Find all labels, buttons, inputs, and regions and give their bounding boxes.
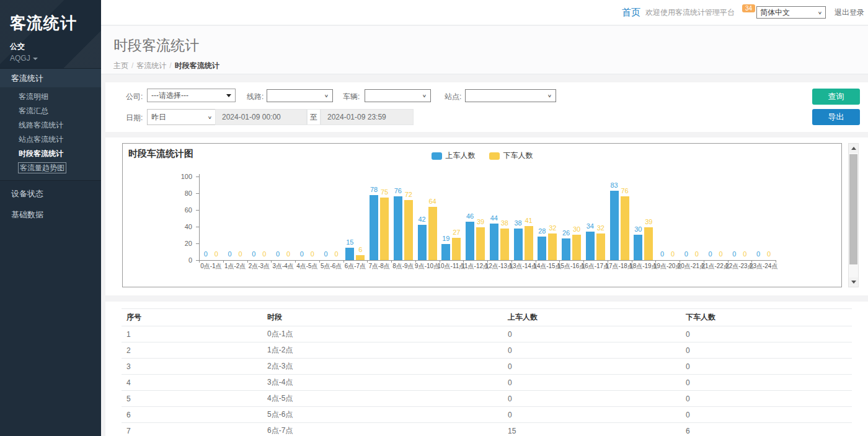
chevron-down-icon: ∨ <box>818 10 822 15</box>
company-label: 公司: <box>126 92 143 102</box>
date-preset-select[interactable]: 昨日∨ <box>147 109 216 125</box>
bar-value-label: 15 <box>346 238 353 246</box>
logout-link[interactable]: 退出登录 <box>835 7 864 18</box>
company-select[interactable]: ---请选择--- <box>147 89 236 102</box>
col-header-boarding: 上车人数 <box>503 309 681 326</box>
bar-alighting <box>621 196 629 260</box>
language-select[interactable]: 简体中文∨ <box>756 6 826 19</box>
vehicle-select[interactable]: ∨ <box>365 89 431 102</box>
bar-value-label: 0 <box>743 250 746 258</box>
table-cell: 0 <box>681 375 852 391</box>
bar-value-label: 44 <box>490 214 498 222</box>
x-axis-tick-label: 0点-1点 <box>200 262 221 271</box>
date-from-input[interactable]: 2024-01-09 00:00 <box>215 109 307 125</box>
user-dropdown[interactable]: AQGJ <box>10 54 101 63</box>
breadcrumb: 主页/客流统计/时段客流统计 <box>113 61 868 71</box>
welcome-text: 欢迎使用客流统计管理平台 <box>645 7 735 18</box>
bar-value-label: 0 <box>719 250 723 258</box>
bar-chart: 时段车流统计图 上车人数 下车人数 020406080100000点-1点001… <box>122 143 842 287</box>
table-cell: 3点-4点 <box>262 375 503 391</box>
bar-value-label: 72 <box>405 191 412 198</box>
sidebar-section-passenger-stats[interactable]: 客流统计 <box>0 68 101 87</box>
bar-alighting <box>525 226 533 260</box>
sidebar-item-device-status[interactable]: 设备状态 <box>0 186 101 202</box>
bar-boarding <box>345 248 354 260</box>
table-cell: 0 <box>681 326 852 342</box>
bar-value-label: 0 <box>732 250 736 258</box>
table-row: 54点-5点00 <box>122 391 852 407</box>
vehicle-label: 车辆: <box>343 92 360 102</box>
sidebar-item-trend-chart[interactable]: 客流量趋势图 <box>0 161 101 175</box>
home-link[interactable]: 首页 <box>622 7 640 19</box>
line-select[interactable]: ∨ <box>267 89 333 102</box>
scroll-down-icon[interactable] <box>849 277 858 287</box>
bar-value-label: 30 <box>573 225 580 233</box>
bar-boarding <box>466 222 474 260</box>
bar-boarding <box>490 224 498 260</box>
bar-alighting <box>428 207 437 260</box>
chart-scrollbar[interactable] <box>848 143 859 287</box>
bar-value-label: 0 <box>239 250 242 258</box>
bar-value-label: 78 <box>370 186 378 193</box>
bar-value-label: 46 <box>466 212 474 220</box>
sidebar-item-flow-detail[interactable]: 客流明细 <box>0 90 101 104</box>
bar-boarding <box>610 191 619 260</box>
table-cell: 5点-6点 <box>262 407 503 423</box>
bar-value-label: 6 <box>358 246 362 253</box>
table-header-row: 序号 时段 上车人数 下车人数 <box>122 309 852 326</box>
bar-value-label: 64 <box>429 198 436 205</box>
bar-value-label: 0 <box>286 250 290 258</box>
y-axis-tick-label: 100 <box>123 173 192 180</box>
bar-value-label: 75 <box>381 188 388 196</box>
bar-value-label: 32 <box>549 224 556 232</box>
y-axis-tick-label: 60 <box>123 206 192 214</box>
bar-boarding <box>538 237 546 260</box>
bar-value-label: 26 <box>562 229 570 237</box>
notification-badge[interactable]: 34 <box>742 4 755 12</box>
bar-boarding <box>394 196 402 260</box>
bar-value-label: 0 <box>262 250 266 258</box>
chevron-down-icon: ∨ <box>208 115 212 120</box>
sidebar-item-station-stats[interactable]: 站点客流统计 <box>0 133 101 147</box>
table-cell: 3 <box>122 359 262 375</box>
sidebar-item-flow-summary[interactable]: 客流汇总 <box>0 104 101 118</box>
bar-alighting <box>644 227 653 260</box>
bar-value-label: 38 <box>501 219 508 227</box>
bar-value-label: 34 <box>587 222 594 230</box>
table-cell: 4点-5点 <box>262 391 503 407</box>
table-cell: 0 <box>681 342 852 359</box>
y-axis-tick-label: 20 <box>123 240 192 247</box>
search-button[interactable]: 查询 <box>812 89 860 105</box>
sidebar-item-line-stats[interactable]: 线路客流统计 <box>0 118 101 133</box>
bar-boarding <box>562 238 570 260</box>
sidebar-item-base-data[interactable]: 基础数据 <box>0 207 101 223</box>
export-button[interactable]: 导出 <box>812 109 860 125</box>
table-row: 10点-1点00 <box>122 326 852 342</box>
bar-value-label: 0 <box>311 250 314 258</box>
caret-down-icon <box>33 58 38 60</box>
x-axis-tick-label: 2点-3点 <box>249 262 270 271</box>
station-label: 站点: <box>445 92 461 102</box>
bar-value-label: 0 <box>215 250 218 258</box>
bar-value-label: 38 <box>515 219 522 227</box>
bar-boarding <box>370 195 378 260</box>
date-to-input[interactable]: 2024-01-09 23:59 <box>321 109 414 125</box>
bar-boarding <box>514 229 523 260</box>
scroll-up-icon[interactable] <box>849 144 858 153</box>
filter-panel: 公司: ---请选择--- 线路: ∨ 车辆: ∨ 站点: ∨ 日期: 昨日∨ … <box>105 82 868 132</box>
breadcrumb-passenger-stats[interactable]: 客流统计 <box>136 61 166 70</box>
sidebar-item-period-stats[interactable]: 时段客流统计 <box>0 147 101 161</box>
bar-alighting <box>356 255 365 260</box>
bar-value-label: 0 <box>324 250 328 258</box>
scrollbar-thumb[interactable] <box>849 154 857 264</box>
bar-value-label: 0 <box>660 250 664 258</box>
bar-alighting <box>596 233 605 260</box>
bar-value-label: 0 <box>228 250 232 258</box>
station-select[interactable]: ∨ <box>465 89 556 102</box>
bar-boarding <box>441 244 450 260</box>
bar-alighting <box>404 200 413 260</box>
breadcrumb-home[interactable]: 主页 <box>113 61 128 70</box>
bar-value-label: 41 <box>525 217 533 224</box>
bar-value-label: 30 <box>634 225 642 233</box>
col-header-period: 时段 <box>262 309 503 326</box>
